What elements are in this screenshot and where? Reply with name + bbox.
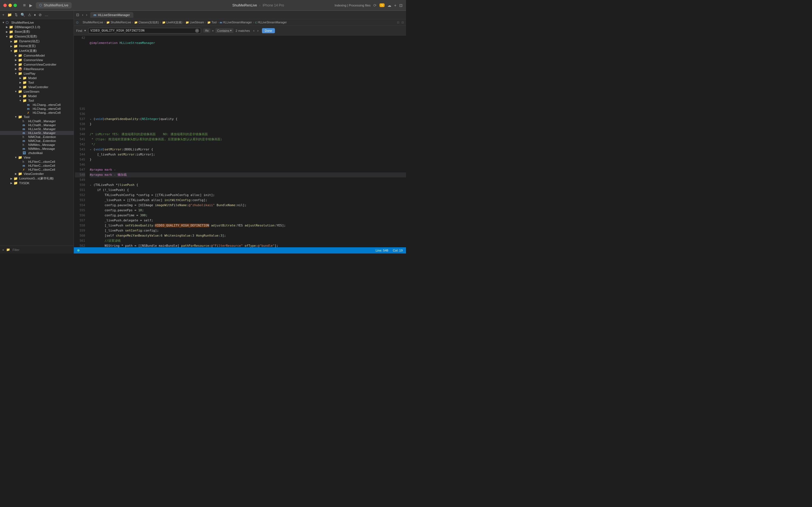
sidebar-warning-button[interactable]: ⚠	[28, 12, 32, 17]
sidebar-item-zhubolikaii[interactable]: 🖼 zhubolikaii	[0, 151, 73, 155]
sidebar-add-button[interactable]: +	[2, 12, 5, 17]
sidebar-item-hllive-2[interactable]: m HLLiveSt...Manager	[0, 131, 73, 135]
code-editor[interactable]: 42 535 536 537 538 539 540 541 542 543 5…	[74, 36, 406, 247]
sidebar-item-luxurious[interactable]: ▶ 📁 LuxuriousG...s(豪华礼物)	[0, 176, 73, 181]
sidebar-item-txsdk[interactable]: ▶ 📁 TXSDK	[0, 181, 73, 185]
sidebar-item-filterresource[interactable]: ▶ 📦 FilterResource	[0, 67, 73, 71]
find-prev-button[interactable]: ‹	[252, 28, 255, 33]
sidebar-footer: + 📁	[0, 245, 73, 253]
sidebar-item-commonvc[interactable]: ▶ 📁 CommonViewController	[0, 62, 73, 67]
sidebar-item-dbmanager[interactable]: ▶ 📁 DBManager(3.1.0)	[0, 25, 73, 29]
minimize-button[interactable]	[8, 4, 12, 7]
sidebar-item-hlfilter-3[interactable]: ✗ HLFiterC...ctionCell	[0, 168, 73, 172]
sidebar-item-base[interactable]: ▶ 📁 Base(基类)	[0, 29, 73, 34]
sidebar-item-nimmes-2[interactable]: m NIMMes...Message	[0, 147, 73, 151]
sidebar-item-hlchangcell-1[interactable]: m HLChang...etersCell	[0, 103, 73, 107]
sidebar-sort-button[interactable]: ⇅	[14, 12, 18, 17]
bc-right-nav-prev[interactable]: ⊡	[397, 21, 399, 24]
layout-button[interactable]: ⊡	[399, 3, 403, 8]
find-option-aa[interactable]: Aa	[203, 29, 210, 33]
nav-forward-button[interactable]: ›	[85, 12, 88, 17]
sidebar-bookmark-button[interactable]: ♦	[34, 12, 37, 17]
sidebar-item-liveplay-vc[interactable]: ▶ 📁 ViewController	[0, 85, 73, 89]
add-file-button[interactable]: +	[2, 248, 4, 251]
find-done-button[interactable]: Done	[262, 28, 275, 33]
sidebar-item-commonmodel[interactable]: ▶ 📁 CommonModel	[0, 53, 73, 58]
editor-tab-active[interactable]: m HLLiveStreamManager	[90, 12, 133, 18]
sidebar-toolbar: + 📁 ⇅ 🔍 ⚠ ♦ ⊘ …	[0, 11, 73, 19]
bc-folder-icon: 📁	[162, 21, 165, 24]
sidebar-item-label: Model	[28, 94, 37, 98]
sidebar-item-view[interactable]: ▼ 📁 View	[0, 155, 73, 160]
bc-part-2[interactable]: 📁 Classes(实现类)	[134, 20, 159, 24]
nav-back-button[interactable]: ‹	[81, 12, 84, 17]
tree-arrow: ▶	[13, 59, 18, 61]
folder-icon: 📁	[22, 94, 27, 98]
add-tab-button[interactable]: +	[394, 3, 396, 8]
editor-tab-label: HLLiveStreamManager	[98, 13, 130, 17]
sidebar-item-hlchangcell-2[interactable]: m HLChang...etersCell	[0, 107, 73, 111]
sidebar-item-label: HLChang...etersCell	[33, 107, 61, 110]
tree-arrow: ▼	[13, 156, 18, 159]
traffic-lights	[3, 4, 17, 7]
play-button[interactable]: ▶	[29, 3, 33, 8]
find-dropdown[interactable]: ▾	[84, 29, 86, 33]
sidebar-item-livekit[interactable]: ▼ 📁 LiveKit(直播)	[0, 48, 73, 53]
sidebar-more-button[interactable]: …	[44, 12, 49, 17]
sidebar-item-liveplay-tool[interactable]: ▶ 📁 Tool	[0, 80, 73, 85]
filter-input[interactable]	[12, 248, 71, 251]
sidebar-toggle-button[interactable]: ⊞	[21, 3, 27, 8]
cloud-icon: ☁	[388, 3, 391, 8]
bc-part-4[interactable]: 📁 LiveStream	[186, 21, 204, 24]
sidebar-item-hlfilter-1[interactable]: h HLFiterC...ctionCell	[0, 160, 73, 164]
sidebar-item-nimmes-1[interactable]: h NIMMes...Message	[0, 143, 73, 147]
sidebar-item-hlchatr-2[interactable]: m HLChatR...Manager	[0, 123, 73, 127]
sidebar-item-livestream[interactable]: ▼ 📁 LiveStream	[0, 89, 73, 94]
sidebar-item-label: Model	[28, 76, 37, 80]
bc-right-nav-next[interactable]: ⊡	[402, 21, 404, 24]
sidebar-item-hlchangcell-3[interactable]: ✗ HLChang...etersCell	[0, 111, 73, 115]
find-option-contains[interactable]: Contains ▾	[215, 28, 233, 33]
bc-part-0[interactable]: ⬡ ShuiMeiRenLive	[76, 21, 103, 24]
maximize-button[interactable]	[13, 4, 17, 7]
find-search-input[interactable]	[90, 29, 194, 33]
sidebar-item-livestream-tool[interactable]: ▼ 📁 Tool	[0, 98, 73, 103]
bc-part-5[interactable]: 📁 Tool	[207, 21, 216, 24]
sidebar-item-nimchat-1[interactable]: h NIMChat...Extention	[0, 135, 73, 139]
nav-prev-button[interactable]: ⊡	[75, 12, 80, 17]
sidebar-item-nimchat-2[interactable]: m NIMChat...Extention	[0, 139, 73, 143]
sidebar-item-home[interactable]: ▶ 📁 Home(首页)	[0, 44, 73, 48]
tree-arrow-livekit: ▼	[9, 50, 13, 52]
sidebar-search-button[interactable]: 🔍	[20, 12, 26, 17]
sidebar-item-commonview[interactable]: ▶ 📁 CommonView	[0, 58, 73, 62]
add-folder-button[interactable]: 📁	[6, 248, 10, 251]
find-clear-button[interactable]: ✕	[195, 29, 199, 33]
sidebar-folder-button[interactable]: 📁	[7, 12, 12, 17]
sidebar-item-livestream-model[interactable]: ▶ 📁 Model	[0, 94, 73, 98]
status-indicator	[77, 249, 80, 251]
sidebar-item-hlfilter-2[interactable]: m HLFiterC...ctionCell	[0, 164, 73, 168]
sidebar-item-root[interactable]: ▼ ⬡ ShuiMeiRenLive	[0, 20, 73, 25]
sidebar-item-hlchatr-1[interactable]: h HLChatR...Manager	[0, 119, 73, 123]
sidebar-item-hllive-1[interactable]: m HLLiveSt...Manager	[0, 127, 73, 131]
sidebar-item-tool2[interactable]: ▼ 📁 Tool	[0, 115, 73, 119]
code-content[interactable]: @implementation HLLiveStreamManager - (v…	[87, 36, 406, 247]
sidebar-item-liveplay-model[interactable]: ▶ 📁 Model	[0, 76, 73, 80]
find-option-contains-label: Contains	[217, 29, 229, 33]
bc-part-7[interactable]: C HLLiveStreamManager	[255, 21, 287, 24]
status-col: Col: 19	[393, 249, 403, 252]
sidebar-item-classes[interactable]: ▼ 📁 Classes(实现类)	[0, 34, 73, 39]
sidebar-filter-button[interactable]: ⊘	[38, 12, 42, 17]
project-tab[interactable]: ⬡ ShuiMeiRenLive	[36, 2, 71, 8]
bc-part-3[interactable]: 📁 LiveKit(直播)	[162, 20, 183, 24]
find-plus-button[interactable]: +	[212, 29, 214, 33]
find-next-button[interactable]: ›	[256, 28, 260, 33]
sidebar-item-vc2[interactable]: ▶ 📁 ViewController	[0, 172, 73, 176]
sidebar-item-dynamic[interactable]: ▶ 📁 Dynamic(动态)	[0, 39, 73, 44]
bc-label: ShuiMeiRenLive	[83, 21, 103, 24]
bc-part-6[interactable]: m HLLiveStreamManager	[220, 21, 252, 24]
bc-part-1[interactable]: 📁 ShuiMeiRenLive	[106, 21, 131, 24]
sidebar-item-liveplay[interactable]: ▼ 📁 LivePlay	[0, 71, 73, 76]
close-button[interactable]	[3, 4, 7, 7]
sidebar-tree: ▼ ⬡ ShuiMeiRenLive ▶ 📁 DBManager(3.1.0) …	[0, 19, 73, 245]
